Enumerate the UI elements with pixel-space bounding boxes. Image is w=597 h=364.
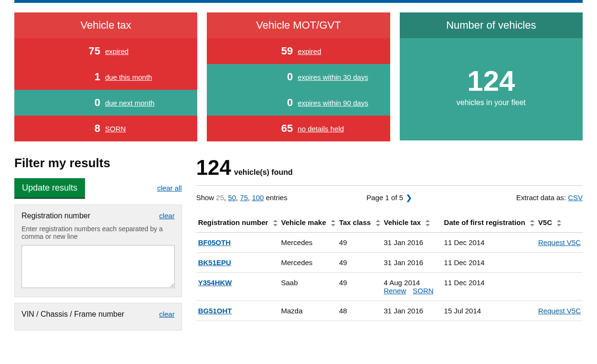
vehicle-tax: 4 Aug 2014RenewSORN xyxy=(382,273,442,301)
card-title: Vehicle tax xyxy=(14,12,197,38)
sort-icon[interactable] xyxy=(273,220,277,226)
svg-marker-7 xyxy=(426,224,430,226)
entries-option[interactable]: 75 xyxy=(240,193,248,202)
registration-input[interactable] xyxy=(21,245,175,288)
stat-number: 0 xyxy=(216,96,298,109)
results-panel: 124 vehicle(s) found Show 25, 50, 75, 10… xyxy=(196,156,583,336)
column-header[interactable]: V5C xyxy=(536,214,583,233)
stat-number: 0 xyxy=(216,71,298,83)
stat-number: 8 xyxy=(24,122,105,135)
sort-icon[interactable] xyxy=(426,220,430,226)
v5c-cell xyxy=(536,273,583,301)
update-results-button[interactable]: Update results xyxy=(14,178,85,198)
stat-number: 59 xyxy=(216,45,298,57)
svg-marker-5 xyxy=(376,224,380,226)
stat-number: 0 xyxy=(24,96,105,109)
column-header[interactable]: Vehicle make xyxy=(279,214,337,233)
extract-csv-link[interactable]: CSV xyxy=(568,193,583,202)
vehicles-table: Registration number Vehicle make Tax cla… xyxy=(196,214,583,321)
vehicle-tax: 31 Jan 2016 xyxy=(382,253,442,273)
table-row: BG51OHTMazda4831 Jan 201615 Jul 2014Requ… xyxy=(196,301,583,321)
svg-marker-0 xyxy=(273,220,277,222)
v5c-cell xyxy=(536,253,583,273)
date-first-registration: 15 Jul 2014 xyxy=(442,301,536,321)
tax-action-link[interactable]: SORN xyxy=(413,287,433,295)
vehicle-tax: 31 Jan 2016 xyxy=(382,233,442,253)
table-row: BF05OTHMercedes4931 Jan 201611 Dec 2014R… xyxy=(196,233,583,253)
request-v5c-link[interactable]: Request V5C xyxy=(538,238,581,246)
stat-link[interactable]: expires within 90 days xyxy=(298,99,368,107)
sort-icon[interactable] xyxy=(530,220,534,226)
svg-marker-11 xyxy=(557,224,561,226)
svg-marker-1 xyxy=(273,224,277,226)
column-header[interactable]: Tax class xyxy=(337,214,382,233)
date-first-registration: 11 Dec 2014 xyxy=(442,253,536,273)
card-vehicle-mot: Vehicle MOT/GVT 59expired0expires within… xyxy=(207,12,390,141)
vehicle-make: Mercedes xyxy=(279,253,337,273)
summary-cards: Vehicle tax 75expired1due this month0due… xyxy=(14,12,583,141)
tax-action-link[interactable]: Renew xyxy=(384,287,406,295)
registration-link[interactable]: BK51EPU xyxy=(198,258,231,267)
card-stat-row: 0due next month xyxy=(14,90,197,116)
tax-class: 49 xyxy=(337,273,382,301)
stat-link[interactable]: due next month xyxy=(105,99,154,107)
clear-link[interactable]: clear xyxy=(159,310,175,319)
column-header[interactable]: Vehicle tax xyxy=(382,214,442,233)
registration-link[interactable]: BG51OHT xyxy=(198,307,232,315)
next-page-button[interactable]: ❯ xyxy=(406,193,412,202)
tax-class: 49 xyxy=(337,233,382,253)
card-stat-row: 8SORN xyxy=(14,116,197,141)
svg-marker-2 xyxy=(331,220,335,222)
svg-marker-6 xyxy=(426,220,430,222)
svg-marker-8 xyxy=(530,220,534,222)
stat-number: 1 xyxy=(24,71,105,83)
stat-link[interactable]: expired xyxy=(105,47,128,55)
svg-marker-3 xyxy=(331,224,335,226)
filter-title: VIN / Chassis / Frame number xyxy=(21,310,124,319)
card-fleet-count: Number of vehicles 124 vehicles in your … xyxy=(400,12,583,141)
clear-all-link[interactable]: clear all xyxy=(157,184,182,192)
date-first-registration: 11 Dec 2014 xyxy=(442,233,536,253)
registration-link[interactable]: Y354HKW xyxy=(198,278,232,287)
date-first-registration: 11 Dec 2014 xyxy=(442,273,536,301)
stat-link[interactable]: expires within 30 days xyxy=(298,73,368,81)
sort-icon[interactable] xyxy=(376,220,380,226)
card-vehicle-tax: Vehicle tax 75expired1due this month0due… xyxy=(14,12,197,141)
filter-vin: VIN / Chassis / Frame number clear xyxy=(14,303,182,331)
filter-sidebar: Filter my results Update results clear a… xyxy=(14,156,182,336)
show-entries: Show 25, 50, 75, 100 entries xyxy=(196,193,288,204)
card-title: Vehicle MOT/GVT xyxy=(207,12,390,38)
fleet-count-label: vehicles in your fleet xyxy=(400,98,583,107)
filter-heading: Filter my results xyxy=(14,156,182,171)
entries-option[interactable]: 50 xyxy=(228,193,236,202)
column-header[interactable]: Date of first registration xyxy=(442,214,536,233)
card-stat-row: 1due this month xyxy=(14,64,197,90)
request-v5c-link[interactable]: Request V5C xyxy=(538,307,581,315)
vehicle-make: Mazda xyxy=(279,301,337,321)
clear-link[interactable]: clear xyxy=(159,212,175,220)
entries-option[interactable]: 100 xyxy=(252,193,264,202)
extract-data: Extract data as: CSV xyxy=(516,193,583,204)
svg-marker-4 xyxy=(376,220,380,222)
registration-link[interactable]: BF05OTH xyxy=(198,238,231,246)
tax-class: 48 xyxy=(337,301,382,321)
stat-number: 75 xyxy=(24,45,105,57)
sort-icon[interactable] xyxy=(557,220,561,226)
pagination: Page 1 of 5 ❯ xyxy=(366,193,412,202)
column-header[interactable]: Registration number xyxy=(196,214,279,233)
stat-link[interactable]: SORN xyxy=(105,125,126,133)
top-border xyxy=(14,0,583,3)
fleet-count-number: 124 xyxy=(400,67,583,96)
stat-link[interactable]: due this month xyxy=(105,73,152,81)
results-count-number: 124 xyxy=(196,156,231,180)
card-stat-row: 75expired xyxy=(14,38,197,64)
sort-icon[interactable] xyxy=(331,220,335,226)
stat-link[interactable]: no details held xyxy=(298,125,344,133)
card-stat-row: 65no details held xyxy=(207,116,390,141)
v5c-cell: Request V5C xyxy=(536,233,583,253)
v5c-cell: Request V5C xyxy=(536,301,583,321)
svg-marker-10 xyxy=(557,220,561,222)
stat-link[interactable]: expired xyxy=(298,47,321,55)
filter-registration-number: Registration number clear Enter registra… xyxy=(14,204,182,297)
filter-title: Registration number xyxy=(21,212,90,220)
